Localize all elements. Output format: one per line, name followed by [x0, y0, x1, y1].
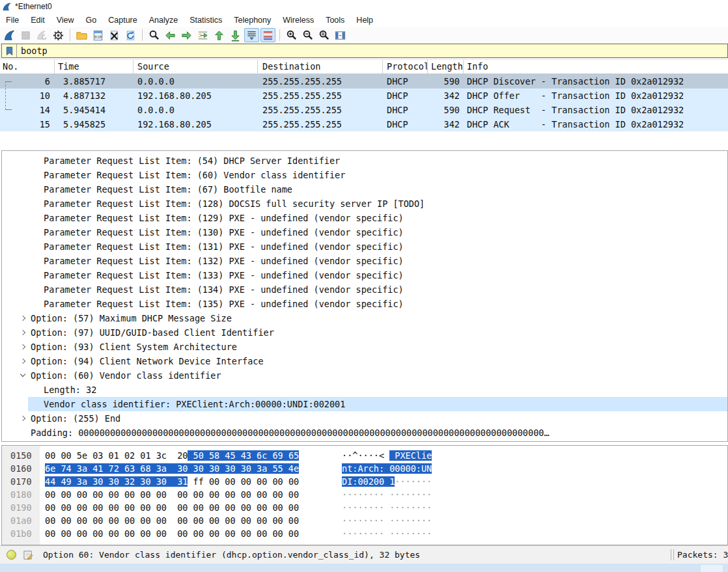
detail-line-13[interactable]: Option: (93) Client System Architecture — [2, 340, 727, 354]
first-packet-icon[interactable] — [212, 28, 227, 42]
column-header-no[interactable]: No. — [0, 60, 55, 74]
hex-row-0180[interactable]: 018000 00 00 00 00 00 00 00 00 00 00 00 … — [2, 488, 727, 501]
column-header-length[interactable]: Length — [428, 60, 464, 74]
menu-statistics[interactable]: Statistics — [184, 14, 228, 27]
start-capture-icon[interactable] — [2, 28, 17, 42]
packet-bytes-pane: 015000 00 5e 03 01 02 01 3c 20 50 58 45 … — [1, 445, 728, 545]
column-header-time[interactable]: Time — [55, 60, 133, 74]
column-header-destination[interactable]: Destination — [258, 60, 383, 74]
hex-ascii[interactable]: ········ ········ — [342, 514, 432, 527]
previous-packet-icon[interactable] — [163, 28, 178, 42]
filter-bookmark-icon[interactable] — [2, 44, 17, 57]
hex-bytes[interactable]: 6e 74 3a 41 72 63 68 3a 30 30 30 30 30 3… — [45, 463, 299, 474]
detail-line-1[interactable]: Parameter Request List Item: (60) Vendor… — [2, 168, 727, 182]
cell-dst: 255.255.255.255 — [258, 103, 383, 117]
hex-row-01b0[interactable]: 01b000 00 00 00 00 00 00 00 00 00 00 00 … — [2, 527, 727, 540]
close-file-icon[interactable] — [107, 28, 122, 42]
detail-line-16[interactable]: Length: 32 — [2, 383, 727, 397]
cell-proto: DHCP — [383, 103, 428, 117]
expert-info-icon[interactable] — [7, 550, 16, 560]
hex-row-0160[interactable]: 01606e 74 3a 41 72 63 68 3a 30 30 30 30 … — [2, 462, 727, 475]
detail-line-5[interactable]: Parameter Request List Item: (130) PXE -… — [2, 225, 727, 239]
open-file-icon[interactable] — [74, 28, 89, 42]
hex-bytes[interactable]: 00 00 00 00 00 00 00 00 00 00 00 00 00 0… — [45, 528, 299, 539]
hex-row-0150[interactable]: 015000 00 5e 03 01 02 01 3c 20 50 58 45 … — [2, 449, 727, 462]
detail-line-17[interactable]: Vendor class identifier: PXEClient:Arch:… — [2, 397, 727, 411]
packet-row-14[interactable]: 145.9454140.0.0.0255.255.255.255DHCP590D… — [0, 103, 728, 117]
menu-view[interactable]: View — [51, 14, 80, 27]
cell-proto: DHCP — [383, 89, 428, 103]
menu-help[interactable]: Help — [350, 14, 379, 27]
detail-line-4[interactable]: Parameter Request List Item: (129) PXE -… — [2, 211, 727, 225]
column-header-protocol[interactable]: Protocol — [383, 60, 428, 74]
cell-time: 5.945414 — [55, 103, 133, 117]
menu-capture[interactable]: Capture — [102, 14, 143, 27]
resize-columns-icon[interactable] — [333, 28, 348, 42]
zoom-original-icon[interactable] — [316, 28, 331, 42]
colorize-icon[interactable] — [260, 28, 275, 42]
menu-analyze[interactable]: Analyze — [143, 14, 184, 27]
detail-text: Parameter Request List Item: (60) Vendor… — [2, 168, 345, 182]
related-packets-bracket — [5, 81, 12, 110]
hex-ascii[interactable]: ··^····< PXEClie — [342, 449, 432, 462]
hex-row-0190[interactable]: 019000 00 00 00 00 00 00 00 00 00 00 00 … — [2, 501, 727, 514]
detail-line-8[interactable]: Parameter Request List Item: (133) PXE -… — [2, 268, 727, 282]
detail-line-19[interactable]: Padding: 0000000000000000000000000000000… — [2, 426, 727, 440]
packet-row-6[interactable]: 63.8857170.0.0.0255.255.255.255DHCP590DH… — [0, 74, 728, 89]
cell-len: 590 — [428, 103, 464, 117]
hex-bytes[interactable]: 00 00 00 00 00 00 00 00 00 00 00 00 00 0… — [45, 515, 299, 526]
zoom-in-icon[interactable] — [284, 28, 299, 42]
packet-row-10[interactable]: 104.887132192.168.80.205255.255.255.255D… — [0, 89, 728, 103]
detail-line-3[interactable]: Parameter Request List Item: (128) DOCSI… — [2, 197, 727, 211]
hex-ascii[interactable]: ········ ········ — [342, 488, 432, 501]
display-filter-input[interactable]: bootp — [1, 44, 728, 58]
column-header-info[interactable]: Info — [464, 60, 728, 74]
hex-ascii[interactable]: DI:00200 1······· — [342, 475, 432, 488]
packet-list-pane: No.TimeSourceDestinationProtocolLengthIn… — [0, 60, 728, 148]
detail-line-9[interactable]: Parameter Request List Item: (134) PXE -… — [2, 282, 727, 297]
last-packet-icon[interactable] — [228, 28, 243, 42]
goto-packet-icon[interactable] — [195, 28, 210, 42]
detail-text: Parameter Request List Item: (135) PXE -… — [2, 297, 404, 311]
find-packet-icon[interactable] — [147, 28, 161, 42]
next-packet-icon[interactable] — [179, 28, 194, 42]
hex-ascii[interactable]: ········ ········ — [342, 501, 432, 514]
cell-dst: 255.255.255.255 — [258, 117, 383, 131]
detail-line-15[interactable]: Option: (60) Vendor class identifier — [2, 368, 727, 383]
detail-text: Vendor class identifier: PXEClient:Arch:… — [2, 397, 345, 411]
detail-line-6[interactable]: Parameter Request List Item: (131) PXE -… — [2, 239, 727, 254]
auto-scroll-icon[interactable] — [244, 28, 259, 42]
menu-go[interactable]: Go — [80, 14, 103, 27]
menu-edit[interactable]: Edit — [25, 14, 51, 27]
hex-bytes[interactable]: 00 00 00 00 00 00 00 00 00 00 00 00 00 0… — [45, 489, 299, 500]
save-file-icon[interactable]: 010 — [91, 28, 105, 42]
hex-offset: 0150 — [2, 449, 40, 462]
detail-line-14[interactable]: Option: (94) Client Network Device Inter… — [2, 354, 727, 368]
menu-wireless[interactable]: Wireless — [277, 14, 320, 27]
detail-line-18[interactable]: Option: (255) End — [2, 411, 727, 426]
detail-line-12[interactable]: Option: (97) UUID/GUID-based Client Iden… — [2, 325, 727, 340]
hex-bytes[interactable]: 00 00 00 00 00 00 00 00 00 00 00 00 00 0… — [45, 502, 299, 513]
zoom-out-icon[interactable] — [300, 28, 315, 42]
detail-line-10[interactable]: Parameter Request List Item: (135) PXE -… — [2, 297, 727, 311]
hex-ascii[interactable]: ········ ········ — [342, 527, 432, 540]
menu-file[interactable]: File — [0, 14, 25, 27]
hex-ascii[interactable]: nt:Arch: 00000:UN — [342, 462, 432, 475]
menu-telephony[interactable]: Telephony — [228, 14, 277, 27]
detail-line-2[interactable]: Parameter Request List Item: (67) Bootfi… — [2, 182, 727, 197]
packet-row-15[interactable]: 155.945825192.168.80.205255.255.255.255D… — [0, 117, 728, 131]
detail-line-7[interactable]: Parameter Request List Item: (132) PXE -… — [2, 254, 727, 268]
cell-info: DHCP Offer - Transaction ID 0x2a012932 — [464, 89, 728, 103]
menu-tools[interactable]: Tools — [320, 14, 350, 27]
hex-bytes[interactable]: 00 00 5e 03 01 02 01 3c 20 50 58 45 43 6… — [45, 450, 299, 461]
detail-line-11[interactable]: Option: (57) Maximum DHCP Message Size — [2, 311, 727, 325]
hex-row-0170[interactable]: 017044 49 3a 30 30 32 30 30 31 ff 00 00 … — [2, 475, 727, 488]
detail-line-0[interactable]: Parameter Request List Item: (54) DHCP S… — [2, 154, 727, 168]
capture-comment-icon[interactable] — [23, 550, 33, 560]
capture-options-icon[interactable] — [51, 28, 66, 42]
hex-bytes[interactable]: 44 49 3a 30 30 32 30 30 31 ff 00 00 00 0… — [45, 476, 299, 487]
filter-text: bootp — [17, 46, 48, 56]
reload-file-icon[interactable] — [123, 28, 138, 42]
hex-row-01a0[interactable]: 01a000 00 00 00 00 00 00 00 00 00 00 00 … — [2, 514, 727, 527]
column-header-source[interactable]: Source — [133, 60, 258, 74]
